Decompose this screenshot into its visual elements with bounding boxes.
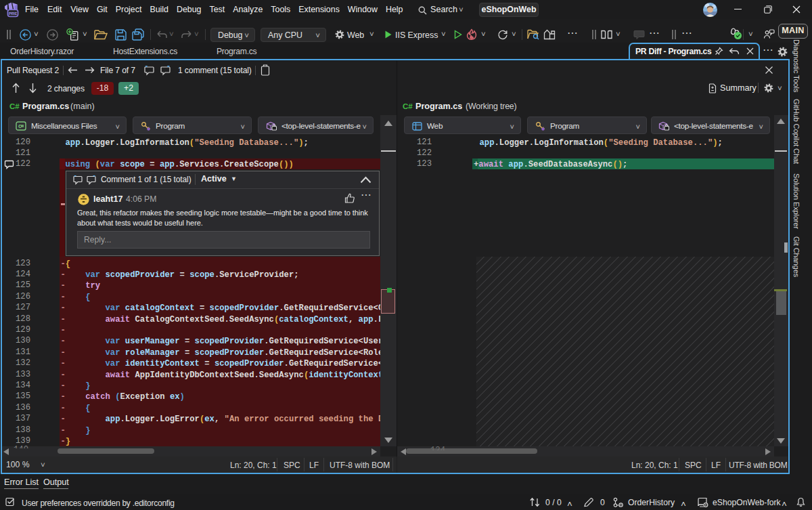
svg-text:c: c xyxy=(18,123,22,129)
svg-text:PRE: PRE xyxy=(9,11,18,16)
